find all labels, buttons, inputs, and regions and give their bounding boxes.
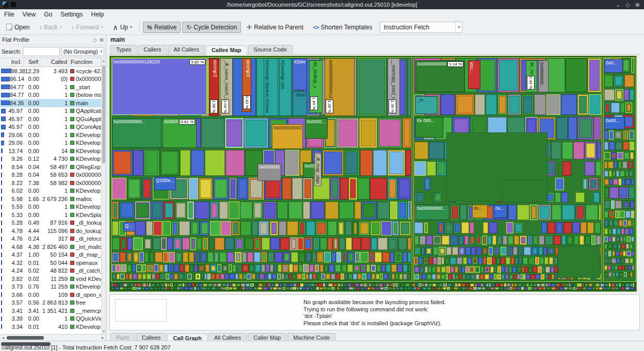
treemap-tile[interactable]: [461, 222, 469, 233]
treemap-tile[interactable]: [147, 264, 153, 272]
table-row[interactable]: 45.970.001QApplicatio...: [0, 107, 101, 115]
treemap-tile[interactable]: [373, 150, 387, 176]
treemap-tile[interactable]: [573, 283, 576, 287]
close-button[interactable]: ⊗: [635, 2, 640, 8]
treemap-block[interactable]: KDevelop::Qu...: [279, 58, 292, 116]
treemap-tile[interactable]: [443, 287, 446, 290]
treemap-tile[interactable]: [163, 252, 168, 262]
treemap-tile[interactable]: [482, 236, 487, 245]
treemap-block[interactable]: ::Bucke...: [293, 91, 307, 116]
menu-help[interactable]: Help: [87, 10, 108, 19]
treemap-tile[interactable]: [395, 287, 399, 290]
treemap-tile[interactable]: [337, 221, 345, 236]
relative-toggle[interactable]: % Relative: [143, 22, 181, 33]
treemap-tile[interactable]: [459, 287, 461, 290]
treemap-tile[interactable]: [135, 202, 150, 219]
treemap-tile[interactable]: [604, 220, 608, 226]
treemap-tile[interactable]: [309, 274, 312, 279]
treemap-tile[interactable]: [347, 252, 355, 262]
treemap-tile[interactable]: [118, 283, 119, 287]
treemap-tile[interactable]: [504, 283, 506, 287]
treemap-tile[interactable]: [503, 236, 507, 245]
treemap-tile[interactable]: [581, 222, 587, 233]
treemap-tile[interactable]: [537, 283, 540, 287]
treemap-tile[interactable]: [487, 257, 492, 264]
treemap-tile[interactable]: [625, 228, 629, 235]
treemap-tile[interactable]: [579, 236, 584, 245]
treemap-tile[interactable]: [175, 252, 182, 262]
treemap-tile[interactable]: [210, 264, 216, 272]
treemap-tile[interactable]: [408, 252, 411, 262]
treemap-tile[interactable]: [233, 287, 237, 290]
treemap-tile[interactable]: [339, 202, 354, 219]
treemap-tile[interactable]: [432, 266, 436, 273]
treemap-tile[interactable]: [466, 274, 470, 279]
treemap-tile[interactable]: [562, 205, 575, 220]
table-row[interactable]: 3.390.001QQuickVie...: [0, 315, 101, 323]
treemap-tile[interactable]: [205, 150, 224, 176]
treemap-tile[interactable]: [608, 237, 611, 242]
treemap-block[interactable]: 0x00000000...: [415, 205, 449, 220]
treemap-block[interactable]: 0x0000000...: [538, 60, 549, 92]
treemap-tile[interactable]: [528, 266, 532, 273]
treemap-tile[interactable]: [551, 287, 556, 290]
treemap-tile[interactable]: [497, 94, 507, 115]
treemap-tile[interactable]: [287, 283, 289, 287]
treemap-tile[interactable]: [542, 266, 545, 273]
treemap-tile[interactable]: [304, 238, 313, 250]
treemap-tile[interactable]: [303, 178, 313, 199]
treemap-tile[interactable]: [353, 264, 360, 272]
treemap-tile[interactable]: [508, 205, 517, 220]
treemap-tile[interactable]: [229, 287, 232, 290]
treemap-tile[interactable]: [355, 252, 360, 262]
treemap-tile[interactable]: [277, 202, 287, 219]
treemap-tile[interactable]: [112, 274, 116, 279]
treemap-tile[interactable]: [627, 272, 630, 277]
back-button[interactable]: ‹ Back ▾: [35, 22, 66, 33]
treemap-tile[interactable]: [556, 222, 563, 233]
treemap-tile[interactable]: [555, 178, 564, 190]
table-row[interactable]: 3.413.411 351 421__memcpy...: [0, 307, 101, 315]
treemap-tile[interactable]: [265, 274, 267, 279]
treemap-tile[interactable]: [613, 244, 617, 249]
treemap-tile[interactable]: [173, 238, 182, 250]
treemap-tile[interactable]: [161, 238, 167, 250]
treemap-tile[interactable]: [266, 264, 269, 272]
treemap-tile[interactable]: [534, 94, 546, 115]
treemap-tile[interactable]: [546, 287, 550, 290]
treemap-tile[interactable]: [541, 274, 545, 279]
treemap-tile[interactable]: [595, 287, 599, 290]
treemap-tile[interactable]: [142, 264, 146, 272]
treemap-tile[interactable]: [187, 202, 194, 219]
treemap-tile[interactable]: [540, 257, 544, 264]
treemap-tile[interactable]: [352, 238, 361, 250]
treemap-tile[interactable]: [398, 178, 411, 199]
treemap-tile[interactable]: [569, 283, 570, 287]
treemap-tile[interactable]: [401, 283, 405, 287]
treemap-tile[interactable]: [287, 221, 298, 236]
treemap-tile[interactable]: [539, 247, 543, 255]
treemap-tile[interactable]: [201, 287, 203, 290]
treemap-tile[interactable]: [614, 220, 618, 226]
treemap-tile[interactable]: [429, 142, 444, 159]
treemap-tile[interactable]: [521, 287, 524, 290]
treemap-tile[interactable]: [446, 247, 452, 255]
treemap-tile[interactable]: [268, 252, 274, 262]
treemap-tile[interactable]: [174, 264, 179, 272]
treemap-tile[interactable]: [160, 150, 179, 176]
treemap-tile[interactable]: [469, 287, 473, 290]
treemap-tile[interactable]: [203, 287, 206, 290]
treemap-tile[interactable]: [609, 283, 610, 287]
treemap-tile[interactable]: [309, 283, 311, 287]
treemap-tile[interactable]: [592, 287, 595, 290]
treemap-tile[interactable]: [331, 287, 334, 290]
treemap-tile[interactable]: [623, 237, 626, 242]
treemap-tile[interactable]: [572, 222, 580, 233]
treemap-tile[interactable]: [355, 283, 359, 287]
treemap-tile[interactable]: [534, 283, 536, 287]
treemap-tile[interactable]: [398, 238, 408, 250]
treemap-tile[interactable]: [483, 257, 487, 264]
treemap-tile[interactable]: [326, 283, 328, 287]
treemap-tile[interactable]: [421, 287, 423, 290]
treemap-tile[interactable]: [337, 283, 341, 287]
